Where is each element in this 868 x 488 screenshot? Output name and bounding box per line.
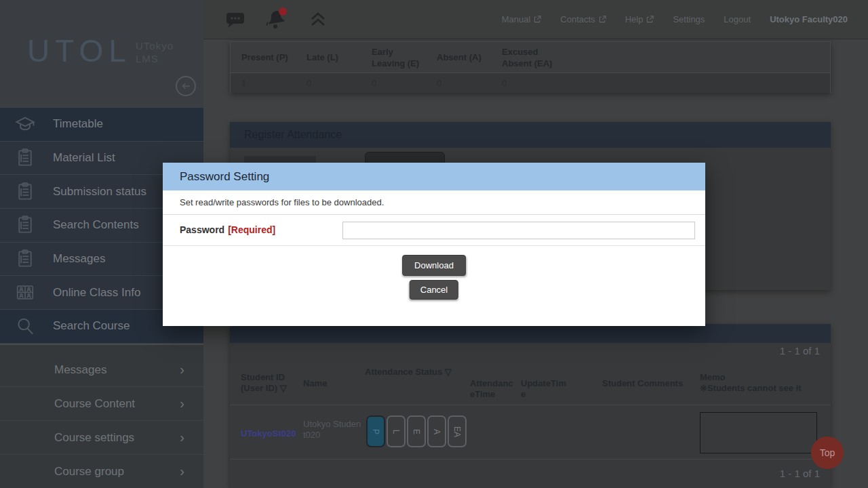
memo-textarea[interactable] xyxy=(700,412,817,453)
pagination-bottom: 1 - 1 of 1 xyxy=(780,468,820,479)
sort-icon[interactable]: ▽ xyxy=(280,383,287,393)
sidebar-collapse-button[interactable] xyxy=(176,76,196,96)
status-button-present[interactable]: P xyxy=(366,415,385,447)
scroll-to-top-button[interactable]: Top xyxy=(811,436,844,469)
topbar-icons xyxy=(203,7,327,33)
chat-icon[interactable] xyxy=(225,10,245,29)
submenu-item-label: Course group xyxy=(54,465,124,479)
sidebar-item-label: Search Course xyxy=(53,319,130,333)
chevron-right-icon: › xyxy=(180,464,184,479)
status-button-excused-absent[interactable]: EA xyxy=(448,415,467,447)
notification-bell-icon[interactable] xyxy=(266,7,289,33)
external-link-icon xyxy=(646,16,654,23)
search-icon xyxy=(15,316,35,336)
utol-logo-subtitle: UTokyo LMS xyxy=(136,39,174,65)
password-setting-modal: Password Setting Set read/write password… xyxy=(163,163,705,326)
summary-value-late: 0 xyxy=(307,78,311,88)
memo-header-label: Memo xyxy=(700,372,726,382)
cancel-button[interactable]: Cancel xyxy=(410,280,458,300)
external-link-icon xyxy=(599,16,606,23)
logout-link[interactable]: Logout xyxy=(724,14,751,24)
student-id-header-line1: Student ID xyxy=(241,372,285,382)
column-header-attendance-time: AttendanceTime xyxy=(470,378,516,400)
memo-header-note: ※Students cannot see it xyxy=(700,383,802,393)
summary-header-absent: Absent (A) xyxy=(437,52,481,63)
status-button-absent[interactable]: A xyxy=(427,415,446,447)
status-button-label: A xyxy=(432,428,441,434)
sort-icon[interactable]: ▽ xyxy=(445,367,452,377)
table-divider xyxy=(230,459,831,460)
sidebar-item-timetable[interactable]: Timetable xyxy=(0,107,203,141)
chevron-right-icon: › xyxy=(180,430,184,445)
download-button[interactable]: Download xyxy=(402,255,466,276)
summary-header-excused-absent: Excused Absent (EA) xyxy=(502,46,555,69)
status-button-label: P xyxy=(371,428,380,434)
back-arrow-icon xyxy=(180,80,192,92)
modal-actions: Download Cancel xyxy=(163,246,705,325)
column-header-update-time: UpdateTime xyxy=(521,378,567,400)
summary-value-absent: 0 xyxy=(437,78,441,88)
student-id-link[interactable]: UTokyoSt020 xyxy=(241,428,296,439)
manual-link-label: Manual xyxy=(502,14,531,24)
sidebar-item-label: Material List xyxy=(53,151,115,165)
submenu-item-label: Course Content xyxy=(54,397,135,411)
status-button-label: EA xyxy=(452,426,462,436)
column-header-attendance-status[interactable]: Attendance Status ▽ xyxy=(365,367,452,378)
settings-link[interactable]: Settings xyxy=(673,14,705,24)
help-link-label: Help xyxy=(625,14,644,24)
submenu-item-course-content[interactable]: Course Content › xyxy=(0,387,203,421)
logo-subtitle-line1: UTokyo xyxy=(136,39,174,52)
modal-description: Set read/write passwords for files to be… xyxy=(163,190,705,215)
submenu-item-messages[interactable]: Messages › xyxy=(0,353,203,387)
password-label: Password[Required] xyxy=(180,224,275,235)
sidebar-logo-area: UTOL UTokyo LMS xyxy=(0,0,203,107)
column-header-student-id[interactable]: Student ID (User ID) ▽ xyxy=(241,372,294,394)
required-label: [Required] xyxy=(228,224,275,235)
topbar: Manual Contacts Help Settings Logout Uto… xyxy=(203,0,868,39)
attendance-list-panel: 1 - 1 of 1 Student ID (User ID) ▽ Name A… xyxy=(230,324,831,488)
column-header-student-comments: Student Comments xyxy=(602,378,683,389)
utol-logo: UTOL xyxy=(27,33,132,69)
scroll-to-top-label: Top xyxy=(820,447,835,458)
chevron-right-icon: › xyxy=(180,396,184,411)
sidebar-submenu: Messages › Course Content › Course setti… xyxy=(0,344,203,488)
chevron-right-icon: › xyxy=(180,362,184,378)
submenu-item-label: Messages xyxy=(54,363,106,377)
clipboard-icon xyxy=(15,182,35,202)
modal-password-row: Password[Required] xyxy=(163,215,705,246)
clipboard-icon xyxy=(15,148,35,168)
attendance-summary-table: Present (P) Late (L) Early Leaving (E) A… xyxy=(230,41,831,93)
status-button-label: E xyxy=(412,428,421,434)
table-divider xyxy=(230,405,831,405)
utol-lms-page: UTOL UTokyo LMS Timetable Material List … xyxy=(0,0,868,488)
logout-link-label: Logout xyxy=(724,14,751,24)
sidebar-item-label: Timetable xyxy=(53,117,103,131)
student-name: Utokyo Student020 xyxy=(303,419,363,441)
collapse-up-icon[interactable] xyxy=(309,12,327,28)
password-input[interactable] xyxy=(342,222,695,239)
manual-link[interactable]: Manual xyxy=(502,14,542,24)
attendance-list-header-bar xyxy=(230,324,831,343)
status-button-late[interactable]: L xyxy=(387,415,406,447)
submenu-item-label: Course settings xyxy=(54,431,134,445)
submenu-item-course-settings[interactable]: Course settings › xyxy=(0,421,203,455)
topbar-links: Manual Contacts Help Settings Logout Uto… xyxy=(502,14,868,24)
sidebar-item-label: Online Class Info xyxy=(53,286,140,300)
submenu-item-course-group[interactable]: Course group › xyxy=(0,455,203,488)
summary-value-excused-absent: 0 xyxy=(502,78,507,88)
column-header-name: Name xyxy=(303,378,327,389)
clipboard-icon xyxy=(15,215,35,235)
summary-header-present: Present (P) xyxy=(241,52,288,63)
contacts-link[interactable]: Contacts xyxy=(560,14,606,24)
logo-subtitle-line2: LMS xyxy=(136,52,174,65)
online-class-icon xyxy=(15,283,35,303)
summary-value-present: 1 xyxy=(241,78,246,88)
external-link-icon xyxy=(534,16,541,23)
pagination-top: 1 - 1 of 1 xyxy=(780,345,820,357)
status-button-label: L xyxy=(391,429,401,434)
settings-link-label: Settings xyxy=(673,14,705,24)
modal-header: Password Setting xyxy=(163,163,705,190)
status-button-early-leaving[interactable]: E xyxy=(407,415,426,447)
help-link[interactable]: Help xyxy=(625,14,654,24)
graduation-cap-icon xyxy=(15,114,35,134)
